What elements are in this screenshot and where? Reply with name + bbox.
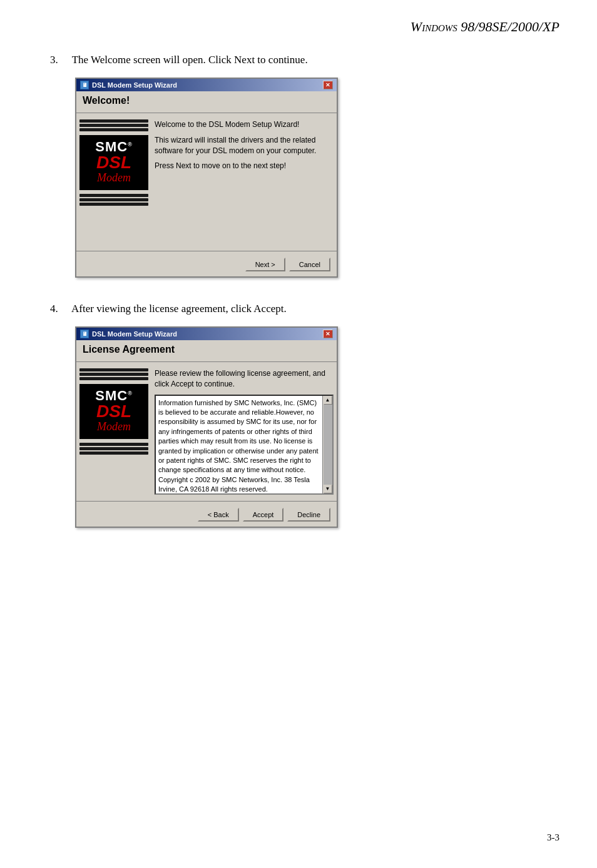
stripe-1	[79, 119, 148, 123]
page-header: Windows 98/98SE/2000/XP	[0, 0, 597, 48]
step-3-text: 3. The Welcome screen will open. Click N…	[50, 54, 547, 66]
smc-dsl-text: DSL	[96, 154, 131, 171]
welcome-para-1: Welcome to the DSL Modem Setup Wizard!	[155, 119, 334, 130]
step-3-description: The Welcome screen will open. Click Next…	[72, 54, 308, 66]
smc-tm: ®	[128, 141, 133, 148]
welcome-dialog: 🖥 DSL Modem Setup Wizard ✕ Welcome!	[75, 78, 338, 278]
smc-stripes-bottom-2	[79, 443, 148, 455]
step-4-description: After viewing the license agreement, cli…	[71, 303, 287, 315]
smc-modem-text-2: Modem	[97, 420, 131, 434]
stripe-l5	[79, 447, 148, 450]
stripe-2	[79, 124, 148, 127]
smc-tm-2: ®	[128, 390, 133, 396]
stripe-5	[79, 198, 148, 201]
page-content: 3. The Welcome screen will open. Click N…	[0, 48, 597, 578]
welcome-para-2: This wizard will install the drivers and…	[155, 135, 334, 156]
license-close-button[interactable]: ✕	[323, 330, 333, 338]
dialog-icon: 🖥	[80, 81, 89, 89]
smc-brand-box: SMC® DSL Modem	[79, 135, 148, 190]
license-intro: Please review the following license agre…	[155, 368, 334, 390]
license-dialog: 🖥 DSL Modem Setup Wizard ✕ License Agree…	[75, 326, 338, 528]
welcome-section-title: Welcome!	[76, 91, 337, 113]
smc-brand-box-2: SMC® DSL Modem	[79, 384, 148, 439]
stripe-l4	[79, 443, 148, 446]
license-section-title: License Agreement	[76, 340, 337, 362]
welcome-close-button[interactable]: ✕	[323, 81, 333, 89]
stripe-l3	[79, 377, 148, 380]
next-button[interactable]: Next >	[245, 258, 285, 271]
license-titlebar-left: 🖥 DSL Modem Setup Wizard	[80, 330, 177, 338]
page-number: 3-3	[547, 832, 559, 842]
smc-stripes-top	[79, 119, 148, 131]
cancel-button[interactable]: Cancel	[289, 258, 330, 271]
smc-logo-area-2: SMC® DSL Modem	[79, 368, 148, 495]
license-textbox[interactable]: Information furnished by SMC Networks, I…	[155, 395, 334, 495]
decline-button[interactable]: Decline	[287, 508, 330, 522]
stripe-3	[79, 128, 148, 131]
header-title: Windows 98/98SE/2000/XP	[411, 19, 559, 34]
license-titlebar: 🖥 DSL Modem Setup Wizard ✕	[76, 328, 337, 340]
welcome-dialog-footer: Next > Cancel	[76, 251, 337, 276]
license-dialog-footer: < Back Accept Decline	[76, 501, 337, 527]
scrollbar-up-arrow[interactable]: ▲	[324, 396, 332, 405]
stripe-l2	[79, 373, 148, 376]
smc-brand-text-2: SMC®	[95, 389, 133, 403]
license-scrollbar[interactable]: ▲ ▼	[322, 396, 332, 493]
step-4: 4. After viewing the license agreement, …	[50, 303, 547, 528]
step-3-number: 3.	[50, 54, 58, 66]
smc-modem-text: Modem	[97, 171, 131, 185]
stripe-l1	[79, 368, 148, 371]
scrollbar-down-arrow[interactable]: ▼	[324, 485, 332, 493]
license-dialog-title: DSL Modem Setup Wizard	[92, 330, 177, 338]
license-dialog-icon: 🖥	[80, 330, 89, 338]
welcome-dialog-title: DSL Modem Setup Wizard	[92, 81, 177, 89]
smc-stripes-bottom	[79, 194, 148, 206]
welcome-para-3: Press Next to move on to the next step!	[155, 161, 334, 171]
welcome-dialog-main: SMC® DSL Modem Welcome to the DSL Modem …	[76, 119, 337, 245]
smc-brand-text: SMC®	[95, 140, 133, 154]
license-text-area: Please review the following license agre…	[155, 368, 334, 495]
smc-logo-area: SMC® DSL Modem	[79, 119, 148, 245]
license-text-content: Information furnished by SMC Networks, I…	[158, 398, 330, 495]
welcome-titlebar: 🖥 DSL Modem Setup Wizard ✕	[76, 79, 337, 91]
scrollbar-track	[324, 405, 332, 485]
titlebar-left: 🖥 DSL Modem Setup Wizard	[80, 81, 177, 89]
back-button[interactable]: < Back	[198, 508, 239, 522]
step-3: 3. The Welcome screen will open. Click N…	[50, 54, 547, 278]
stripe-6	[79, 203, 148, 206]
accept-button[interactable]: Accept	[243, 508, 284, 522]
license-dialog-main: SMC® DSL Modem Please review the followi…	[76, 368, 337, 495]
step-4-text: 4. After viewing the license agreement, …	[50, 303, 547, 315]
page-footer: 3-3	[547, 832, 559, 843]
stripe-l6	[79, 452, 148, 455]
smc-stripes-top-2	[79, 368, 148, 380]
step-4-number: 4.	[50, 303, 58, 315]
smc-dsl-text-2: DSL	[96, 403, 131, 420]
welcome-text-area: Welcome to the DSL Modem Setup Wizard! T…	[155, 119, 334, 245]
stripe-4	[79, 194, 148, 197]
